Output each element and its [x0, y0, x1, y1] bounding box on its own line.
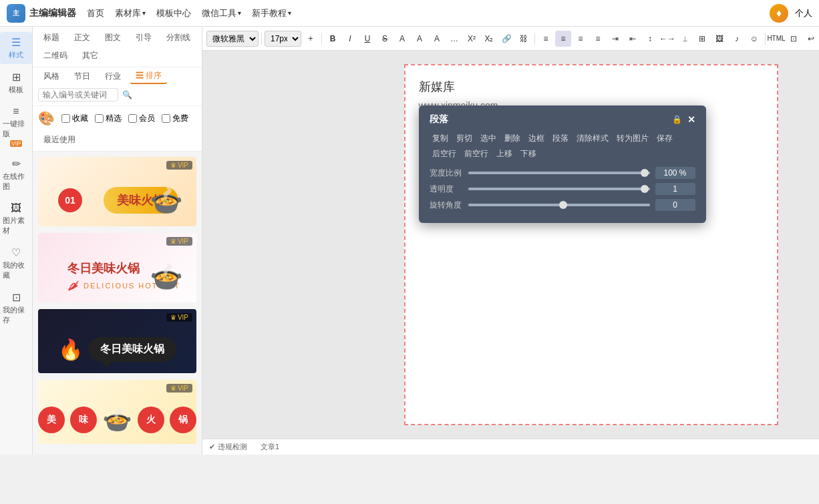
action-copy[interactable]: 复制: [430, 132, 451, 145]
user-label[interactable]: 个人: [795, 7, 812, 19]
filter-title[interactable]: 标题: [38, 31, 65, 45]
close-icon[interactable]: ✕: [687, 114, 695, 125]
violation-check[interactable]: ✔ 违规检测: [209, 442, 247, 452]
underline-btn[interactable]: U: [359, 31, 375, 47]
sidebar-label-template: 模板: [9, 85, 23, 95]
font-family-select[interactable]: 微软雅黑: [206, 31, 259, 47]
font-size-select[interactable]: 17px: [265, 31, 301, 47]
action-border[interactable]: 边框: [526, 132, 547, 145]
format-bar: 微软雅黑 17px + B I U S A A A … X² X₂ 🔗 ⛓ ≡ …: [202, 27, 819, 51]
rotation-slider[interactable]: [468, 204, 650, 206]
italic-btn[interactable]: I: [342, 31, 358, 47]
template-item-3[interactable]: ♛ VIP 🔥 冬日美味火锅: [38, 309, 196, 373]
action-paragraph[interactable]: 段落: [550, 132, 571, 145]
nav-wechat-tools[interactable]: 微信工具 ▾: [202, 7, 241, 19]
template-item-4[interactable]: ♛ VIP 美 味 🍲 火 锅: [38, 380, 196, 444]
superscript-btn[interactable]: X²: [464, 31, 480, 47]
outdent-btn[interactable]: ⇤: [625, 31, 641, 47]
sidebar-item-images[interactable]: 🖼 图片素材: [0, 198, 32, 240]
checkbox-free[interactable]: 免费: [162, 113, 188, 124]
action-before-line[interactable]: 前空行: [462, 148, 491, 160]
vertical-text-btn[interactable]: ⟂: [677, 31, 693, 47]
editor-content[interactable]: 新媒库 www.xinmeiku.com 段落 🔒 ✕ 复制 剪切 选中: [202, 51, 819, 439]
nav-materials[interactable]: 素材库 ▾: [115, 7, 146, 19]
sidebar-item-saved[interactable]: ⊡ 我的保存: [0, 287, 32, 329]
action-after-line[interactable]: 后空行: [430, 148, 459, 160]
transparency-slider[interactable]: [468, 188, 650, 190]
filter-body[interactable]: 正文: [69, 31, 96, 45]
sub-filter-holiday[interactable]: 节日: [69, 69, 96, 83]
logo[interactable]: 主 主编编辑器: [7, 4, 76, 23]
search-icon[interactable]: 🔍: [122, 90, 132, 99]
filter-qrcode[interactable]: 二维码: [38, 49, 73, 63]
bold-btn[interactable]: B: [325, 31, 341, 47]
export-btn[interactable]: ⊡: [786, 31, 802, 47]
action-clear-style[interactable]: 清除样式: [574, 132, 611, 145]
more-format-btn[interactable]: …: [446, 31, 462, 47]
black-bubble: 冬日美味火锅: [88, 337, 176, 362]
sidebar-item-draw[interactable]: ✏ 在线作图: [0, 154, 32, 196]
filter-other[interactable]: 其它: [77, 49, 104, 63]
sidebar-item-layout[interactable]: ≡ 一键排版 VIP: [0, 101, 32, 151]
image-btn[interactable]: 🖼: [711, 31, 727, 47]
nav-templates[interactable]: 模板中心: [156, 7, 191, 19]
sub-filter-style[interactable]: 风格: [38, 69, 65, 83]
indent-btn[interactable]: ⇥: [607, 31, 623, 47]
undo-btn[interactable]: ↩: [803, 31, 819, 47]
checkbox-selected[interactable]: 精选: [95, 113, 122, 124]
emoji-btn[interactable]: ☺: [746, 31, 762, 47]
align-left-btn[interactable]: ≡: [538, 31, 554, 47]
font-size-increase-btn[interactable]: +: [303, 31, 319, 47]
search-input[interactable]: [38, 88, 118, 101]
number-badge: 01: [58, 188, 82, 212]
transparency-input[interactable]: 1: [655, 183, 695, 195]
nav-home[interactable]: 首页: [87, 7, 104, 19]
action-move-up[interactable]: 上移: [494, 148, 515, 160]
link-btn[interactable]: 🔗: [498, 31, 514, 47]
strikethrough-btn[interactable]: S: [377, 31, 393, 47]
fmt-sep-1: [261, 33, 262, 45]
vip-badge[interactable]: ♦: [770, 4, 788, 23]
font-color-btn[interactable]: A: [394, 31, 410, 47]
sidebar-item-favorites[interactable]: ♡ 我的收藏: [0, 242, 32, 284]
template-item-1[interactable]: ♛ VIP 01 美味火锅 🍲: [38, 157, 196, 226]
html-btn[interactable]: HTML: [768, 31, 784, 47]
nav-right: ♦ 个人: [770, 4, 812, 23]
bg-color-btn[interactable]: A: [412, 31, 428, 47]
width-ratio-slider[interactable]: [468, 172, 650, 174]
align-justify-btn[interactable]: ≡: [590, 31, 606, 47]
sub-filter-industry[interactable]: 行业: [100, 69, 126, 83]
line-height-btn[interactable]: ↕: [642, 31, 658, 47]
filter-graphic[interactable]: 图文: [100, 31, 126, 45]
align-right-btn[interactable]: ≡: [572, 31, 589, 47]
align-center-btn[interactable]: ≡: [555, 31, 571, 47]
checkbox-vip[interactable]: 会员: [128, 113, 155, 124]
template-item-2[interactable]: ♛ VIP 冬日美味火锅 🌶 DELICIOUS HOT POT 🍲: [38, 233, 196, 302]
action-save[interactable]: 保存: [654, 132, 675, 145]
sub-filter-sort[interactable]: ☰ 排序: [130, 69, 167, 84]
highlight-btn[interactable]: A: [429, 31, 445, 47]
rotation-input[interactable]: 0: [655, 199, 695, 211]
letter-spacing-btn[interactable]: ←→: [659, 31, 675, 47]
checkbox-bar: 🎨 收藏 精选 会员 免费 最近使用: [33, 106, 202, 152]
action-select[interactable]: 选中: [478, 132, 499, 145]
filter-recent[interactable]: 最近使用: [38, 133, 81, 147]
sidebar-item-template[interactable]: ⊞ 模板: [0, 67, 32, 99]
unlink-btn[interactable]: ⛓: [516, 31, 532, 47]
action-move-down[interactable]: 下移: [518, 148, 539, 160]
action-delete[interactable]: 删除: [502, 132, 523, 145]
nav-tutorial[interactable]: 新手教程 ▾: [252, 7, 291, 19]
editor-canvas[interactable]: 新媒库 www.xinmeiku.com 段落 🔒 ✕ 复制 剪切 选中: [404, 64, 778, 425]
subscript-btn[interactable]: X₂: [481, 31, 497, 47]
media-btn[interactable]: ♪: [729, 31, 745, 47]
filter-guide[interactable]: 引导: [130, 31, 157, 45]
width-ratio-input[interactable]: 100 %: [655, 167, 695, 179]
action-cut[interactable]: 剪切: [454, 132, 475, 145]
table-btn[interactable]: ⊞: [694, 31, 710, 47]
filter-divider[interactable]: 分割线: [161, 31, 196, 45]
action-to-image[interactable]: 转为图片: [614, 132, 651, 145]
sidebar-item-style[interactable]: ☰ 样式: [0, 32, 32, 64]
lock-icon[interactable]: 🔒: [672, 115, 682, 124]
checkbox-favorites[interactable]: 收藏: [61, 113, 88, 124]
template-icon: ⊞: [12, 71, 21, 83]
